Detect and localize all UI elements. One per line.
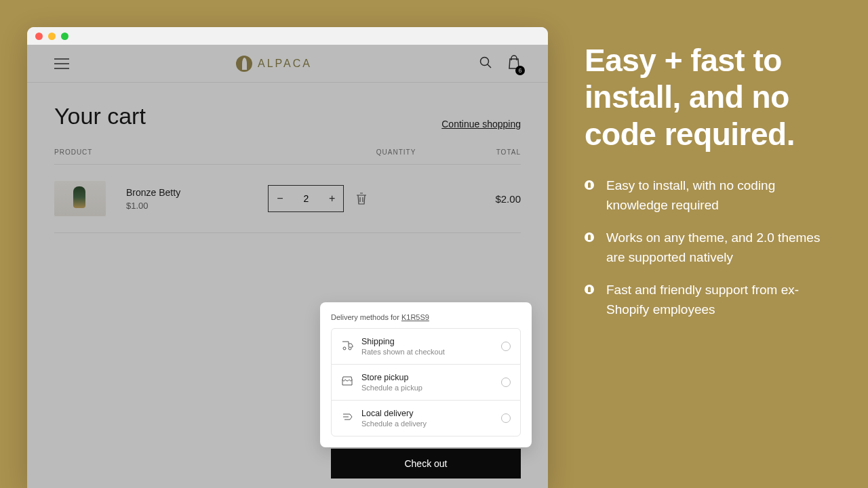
marketing-bullet: Easy to install, with no coding knowledg… [585,176,822,216]
delivery-option-label: Local delivery [361,409,493,418]
postal-code-link[interactable]: K1R5S9 [401,313,429,321]
delivery-icon [341,411,353,426]
window-close-dot[interactable] [35,33,43,40]
svg-point-2 [349,347,351,350]
delivery-title: Delivery methods for K1R5S9 [331,313,521,321]
svg-point-1 [343,347,346,350]
delivery-option-local-delivery[interactable]: Local delivery Schedule a delivery [332,401,520,436]
delivery-option-shipping[interactable]: Shipping Rates shown at checkout [332,329,520,365]
window-titlebar [27,27,548,45]
delivery-option-sub: Schedule a delivery [361,420,493,428]
delivery-option-label: Store pickup [361,373,493,382]
delivery-option-sub: Schedule a pickup [361,384,493,392]
marketing-bullet: Fast and friendly support from ex-Shopif… [585,280,822,320]
window-zoom-dot[interactable] [61,33,68,40]
delivery-methods-modal: Delivery methods for K1R5S9 Shipping Rat… [320,302,532,447]
bullet-icon [585,232,594,242]
browser-window: ALPACA 6 Your cart Continue shopping [27,27,548,488]
store-icon [341,375,353,390]
marketing-panel: Easy + fast to install, and no code requ… [585,42,822,331]
radio-icon[interactable] [501,413,511,423]
window-minimize-dot[interactable] [48,33,56,40]
delivery-option-sub: Rates shown at checkout [361,348,493,356]
page: ALPACA 6 Your cart Continue shopping [27,45,548,488]
radio-icon[interactable] [501,378,511,387]
marketing-headline: Easy + fast to install, and no code requ… [585,42,822,152]
checkout-button[interactable]: Check out [331,449,521,479]
delivery-option-label: Shipping [361,337,493,346]
bullet-icon [585,180,594,190]
shipping-icon [341,339,353,354]
radio-icon[interactable] [501,342,511,351]
delivery-option-store-pickup[interactable]: Store pickup Schedule a pickup [332,365,520,401]
bullet-icon [585,285,594,294]
marketing-bullet: Works on any theme, and 2.0 themes are s… [585,228,822,268]
